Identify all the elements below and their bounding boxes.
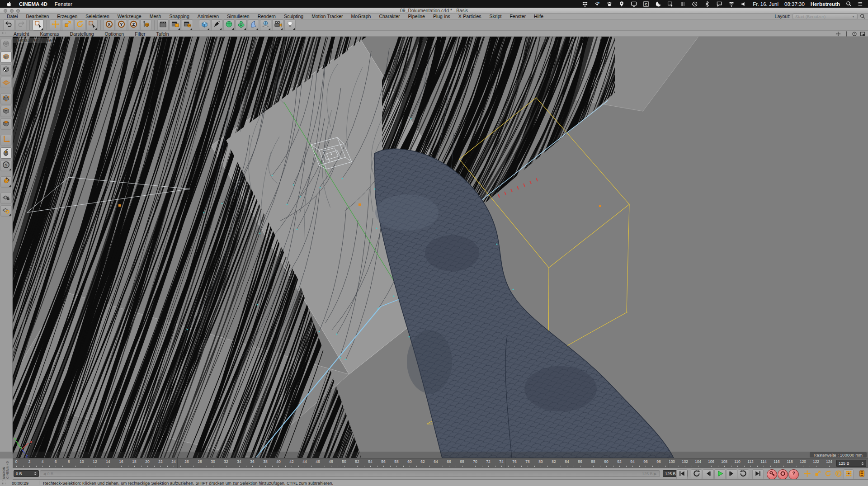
palette-model-mode-button[interactable] [0, 52, 12, 63]
rotate-button[interactable] [74, 19, 85, 31]
remote-icon[interactable] [594, 1, 600, 7]
lock-z-button[interactable]: Z [128, 19, 139, 31]
timeline-film-button[interactable] [857, 469, 867, 480]
record-objects-button[interactable] [767, 469, 777, 480]
palette-points-mode-button[interactable] [0, 93, 12, 104]
menu-mograph[interactable]: MoGraph [347, 14, 375, 19]
next-key-button[interactable] [738, 469, 749, 480]
max-frame-field[interactable]: 125 B [836, 460, 866, 467]
palette-texture-mode-button[interactable] [0, 64, 12, 75]
key-parameter-button[interactable]: P [833, 469, 843, 480]
redo-button[interactable] [15, 19, 27, 31]
menu-motion-tracker[interactable]: Motion Tracker [307, 14, 347, 19]
command-search-icon[interactable] [860, 14, 865, 19]
palette-align-workplane-button[interactable] [0, 205, 12, 217]
menu-charakter[interactable]: Charakter [375, 14, 404, 19]
last-tool-button[interactable] [86, 19, 98, 31]
apple-menu[interactable] [6, 1, 12, 7]
goto-end-button[interactable] [752, 469, 764, 480]
menu-simulieren[interactable]: Simulieren [223, 14, 254, 19]
menu-hilfe[interactable]: Hilfe [530, 14, 547, 19]
menu-pipeline[interactable]: Pipeline [404, 14, 429, 19]
play-button[interactable] [714, 469, 726, 480]
menubar-user[interactable]: Herbstreuth [811, 1, 840, 7]
camera-button[interactable] [272, 19, 283, 31]
palette-mouse-mode-button[interactable] [0, 147, 12, 159]
lock-x-button[interactable]: X [104, 19, 115, 31]
screenshot-icon[interactable] [667, 1, 674, 7]
bluetooth-icon[interactable] [704, 1, 710, 7]
key-rotation-button[interactable] [823, 469, 833, 480]
display-icon[interactable] [631, 1, 637, 7]
subdivision-surface-button[interactable] [223, 19, 235, 31]
add-cube-button[interactable] [199, 19, 210, 31]
time-machine-icon[interactable] [692, 1, 698, 7]
layout-dropdown[interactable]: Start (Benutzer) ▼ [793, 14, 858, 19]
messages-icon[interactable] [716, 1, 722, 7]
key-position-button[interactable] [802, 469, 812, 480]
rotate-view-icon[interactable] [852, 31, 857, 37]
lock-y-button[interactable]: Y [116, 19, 127, 31]
menu-mesh[interactable]: Mesh [146, 14, 165, 19]
scale-button[interactable] [62, 19, 73, 31]
viewport-camera-label[interactable]: Zentralperspektive [13, 38, 53, 43]
toggle-view-icon[interactable] [860, 31, 865, 37]
moon-icon[interactable] [655, 1, 661, 7]
wifi-icon[interactable] [728, 1, 735, 7]
viewport-menu-ansicht[interactable]: Ansicht [8, 31, 34, 37]
spotlight-icon[interactable] [846, 1, 852, 7]
menu-bearbeiten[interactable]: Bearbeiten [22, 14, 53, 19]
autokey-button[interactable] [778, 469, 788, 480]
notification-center-icon[interactable] [858, 1, 863, 7]
goto-start-button[interactable] [676, 469, 688, 480]
columns-icon[interactable] [679, 1, 686, 7]
viewport-menu-filter[interactable]: Filter [129, 31, 151, 37]
viewport-menu-darstellung[interactable]: Darstellung [64, 31, 99, 37]
window-titlebar[interactable]: 09_Dokumentation.c4d * - Basis [0, 8, 868, 14]
menu-datei[interactable]: Datei [3, 14, 22, 19]
viewport-menu-tafeln[interactable]: Tafeln [151, 31, 175, 37]
preview-range-slider[interactable]: ◀ 0 B 125 B ▶ [40, 470, 660, 477]
pen-button[interactable] [211, 19, 222, 31]
move-button[interactable] [50, 19, 61, 31]
coord-system-button[interactable] [140, 19, 151, 31]
timeline-ruler[interactable]: 0246810121416182022242628303234363840424… [13, 458, 835, 468]
app-name[interactable]: CINEMA 4D [19, 1, 47, 7]
menu-fenster-mac[interactable]: Fenster [55, 1, 72, 7]
prev-frame-button[interactable] [703, 469, 714, 480]
viewport-menu-optionen[interactable]: Optionen [99, 31, 130, 37]
pan-view-icon[interactable] [835, 31, 841, 37]
next-frame-button[interactable] [726, 469, 737, 480]
menu-werkzeuge[interactable]: Werkzeuge [113, 14, 146, 19]
volume-icon[interactable] [741, 1, 747, 7]
environment-button[interactable] [260, 19, 271, 31]
location-icon[interactable] [618, 1, 625, 7]
palette-edges-mode-button[interactable] [0, 106, 12, 117]
menu-erzeugen[interactable]: Erzeugen [53, 14, 81, 19]
menu-selektieren[interactable]: Selektieren [81, 14, 113, 19]
menu-fenster[interactable]: Fenster [505, 14, 530, 19]
menu-x-particles[interactable]: X-Particles [454, 14, 486, 19]
live-selection-button[interactable] [33, 19, 44, 31]
statusbar-grip[interactable] [2, 480, 6, 485]
menu-plug-ins[interactable]: Plug-ins [429, 14, 454, 19]
menu-snapping[interactable]: Snapping [165, 14, 193, 19]
viewport-canvas[interactable]: Y X Z [0, 0, 868, 486]
viewport-menu-grip[interactable] [2, 32, 6, 36]
menu-animieren[interactable]: Animieren [193, 14, 223, 19]
render-picture-viewer-button[interactable] [170, 19, 181, 31]
palette-axis-mode-button[interactable] [0, 135, 12, 146]
menu-skript[interactable]: Skript [486, 14, 506, 19]
palette-lock-workplane-button[interactable] [0, 193, 12, 204]
light-button[interactable] [284, 19, 296, 31]
paw-icon[interactable] [606, 1, 613, 7]
render-view-button[interactable] [157, 19, 169, 31]
zoom-view-icon[interactable] [844, 31, 849, 37]
palette-make-editable-button[interactable] [0, 39, 12, 50]
deformer-button[interactable] [248, 19, 259, 31]
modeling-button[interactable] [236, 19, 247, 31]
keyframe-selection-button[interactable]: ? [788, 469, 799, 480]
undo-button[interactable] [3, 19, 14, 31]
palette-polygons-mode-button[interactable] [0, 118, 12, 130]
palette-viewport-solo-button[interactable]: S [0, 160, 12, 171]
